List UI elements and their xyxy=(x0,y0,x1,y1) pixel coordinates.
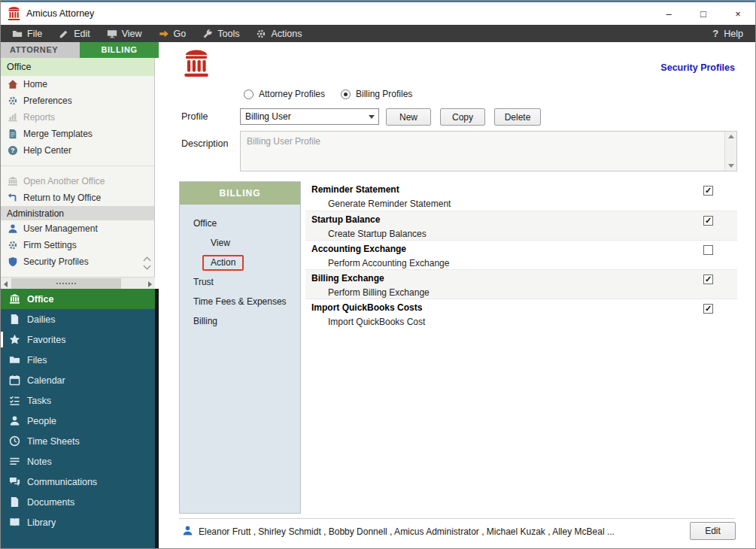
shield-icon xyxy=(8,256,18,267)
nav-label: Calendar xyxy=(27,375,65,386)
sidebar-scroll-chevrons[interactable] xyxy=(143,255,152,270)
sidebar-item-firm-settings[interactable]: Firm Settings xyxy=(1,237,154,253)
radio-button xyxy=(244,89,254,99)
menu-actions[interactable]: Actions xyxy=(247,25,310,42)
return-arrow-icon xyxy=(8,193,18,203)
menu-go[interactable]: Go xyxy=(150,25,195,42)
permission-checkbox[interactable] xyxy=(703,245,713,255)
scroll-right-icon[interactable] xyxy=(144,278,155,289)
menu-view[interactable]: View xyxy=(99,25,150,42)
sidebar-item-user-management[interactable]: User Management xyxy=(1,220,154,237)
minimize-button[interactable]: – xyxy=(651,2,686,25)
category-label: Billing xyxy=(193,316,217,326)
category-label: View xyxy=(211,238,230,248)
window-controls: – □ × xyxy=(651,2,755,25)
person-icon xyxy=(182,525,193,536)
pencil-icon xyxy=(59,29,69,39)
category-action[interactable]: Action xyxy=(180,253,300,272)
sidebar-section-header: Office xyxy=(1,58,154,76)
scrollbar-thumb[interactable] xyxy=(11,278,121,289)
nav-item-communications[interactable]: Communications xyxy=(1,472,155,492)
category-panel-header: BILLING xyxy=(180,182,300,205)
menu-help[interactable]: ? Help xyxy=(700,25,755,42)
category-office[interactable]: Office xyxy=(180,214,300,233)
new-button[interactable]: New xyxy=(386,108,431,126)
scroll-left-icon[interactable] xyxy=(1,278,11,289)
nav-item-favorites[interactable]: Favorites xyxy=(1,329,155,350)
tab-billing[interactable]: BILLING xyxy=(80,42,159,58)
profile-users-list: Eleanor Frutt , Shirley Schmidt , Bobby … xyxy=(199,526,615,537)
nav-label: Library xyxy=(27,517,56,528)
close-button[interactable]: × xyxy=(721,2,755,25)
calendar-icon xyxy=(9,375,20,386)
sidebar-item-reports[interactable]: Reports xyxy=(1,109,154,126)
nav-item-office[interactable]: Office xyxy=(1,289,155,309)
radio-attorney-profiles[interactable]: Attorney Profiles xyxy=(244,89,325,99)
sidebar-item-security-profiles[interactable]: Security Profiles xyxy=(1,253,154,270)
menu-view-label: View xyxy=(122,29,142,39)
copy-button[interactable]: Copy xyxy=(440,108,485,126)
sidebar-item-merge-templates[interactable]: Merge Templates xyxy=(1,126,154,142)
title-bar: Amicus Attorney – □ × xyxy=(1,1,755,25)
nav-item-documents[interactable]: Documents xyxy=(1,492,155,512)
menu-bar: File Edit View Go Tools Actions ? Help xyxy=(1,25,755,42)
nav-label: People xyxy=(27,416,56,426)
nav-item-time-sheets[interactable]: Time Sheets xyxy=(1,431,155,451)
nav-label: Office xyxy=(27,294,53,305)
main-content: Security Profiles Attorney Profiles Bill… xyxy=(159,42,755,548)
edit-button[interactable]: Edit xyxy=(690,522,736,540)
description-value: Billing User Profile xyxy=(241,132,736,151)
tab-attorney[interactable]: ATTORNEY xyxy=(1,42,80,58)
menu-tools[interactable]: Tools xyxy=(194,25,247,42)
sidebar-item-preferences[interactable]: Preferences xyxy=(1,93,154,109)
sidebar-item-help-center[interactable]: Help Center xyxy=(1,142,154,159)
nav-item-files[interactable]: Files xyxy=(1,350,155,370)
permission-checkbox[interactable] xyxy=(703,274,713,284)
sidebar-item-open-another-office[interactable]: Open Another Office xyxy=(1,173,154,190)
permission-title: Startup Balance xyxy=(311,214,737,226)
description-scrollbar[interactable] xyxy=(724,132,736,171)
home-icon xyxy=(8,79,18,89)
sidebar-item-label: Open Another Office xyxy=(23,176,105,187)
permission-desc: Import QuickBooks Cost xyxy=(328,317,737,327)
sidebar-item-return-to-my-office[interactable]: Return to My Office xyxy=(1,190,154,206)
nav-item-notes[interactable]: Notes xyxy=(1,451,155,472)
radio-billing-profiles[interactable]: Billing Profiles xyxy=(341,89,412,99)
menu-file[interactable]: File xyxy=(4,25,50,42)
sidebar-item-home[interactable]: Home xyxy=(1,76,154,93)
sidebar-item-label: Preferences xyxy=(23,96,72,106)
permission-title: Accounting Exchange xyxy=(311,244,737,255)
category-panel: BILLING Office View Action Trust Time Fe… xyxy=(179,181,301,514)
permission-title: Import QuickBooks Costs xyxy=(311,302,737,314)
notes-icon xyxy=(9,456,20,467)
menu-go-label: Go xyxy=(174,29,187,39)
maximize-button[interactable]: □ xyxy=(686,2,721,25)
profile-dropdown[interactable]: Billing User xyxy=(240,108,379,125)
delete-button[interactable]: Delete xyxy=(494,108,541,126)
nav-item-library[interactable]: Library xyxy=(1,512,155,532)
nav-item-people[interactable]: People xyxy=(1,411,155,431)
permission-desc: Perform Accounting Exchange xyxy=(328,258,737,268)
gear-icon xyxy=(256,29,266,39)
nav-label: Documents xyxy=(27,497,74,508)
permission-checkbox[interactable] xyxy=(703,304,713,314)
menu-edit[interactable]: Edit xyxy=(50,25,99,42)
book-icon xyxy=(9,517,20,528)
sidebar-horizontal-scrollbar[interactable] xyxy=(1,277,155,289)
category-billing[interactable]: Billing xyxy=(180,311,300,331)
permission-checkbox[interactable] xyxy=(703,186,713,196)
permission-checkbox[interactable] xyxy=(703,216,713,226)
nav-label: Files xyxy=(27,355,47,365)
description-field[interactable]: Billing User Profile xyxy=(240,131,737,171)
permission-desc: Create Startup Balances xyxy=(328,229,737,239)
nav-item-tasks[interactable]: Tasks xyxy=(1,390,155,411)
menu-help-label: Help xyxy=(724,29,743,39)
category-time-fees-expenses[interactable]: Time Fees & Expenses xyxy=(180,292,300,311)
nav-item-calendar[interactable]: Calendar xyxy=(1,370,155,390)
category-trust[interactable]: Trust xyxy=(180,272,300,292)
category-view[interactable]: View xyxy=(180,233,300,253)
nav-item-dailies[interactable]: Dailies xyxy=(1,309,155,329)
person-icon xyxy=(9,415,20,426)
permission-row: Reminder Statement Generate Reminder Sta… xyxy=(305,181,737,211)
menu-tools-label: Tools xyxy=(217,29,239,39)
